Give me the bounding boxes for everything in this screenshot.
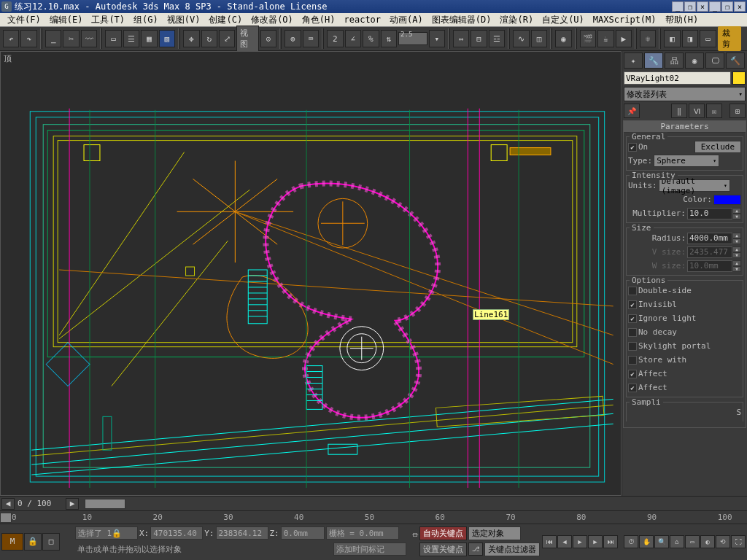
add-time-tag[interactable]: 添加时间标记 xyxy=(333,542,406,556)
time-config-button[interactable]: ⏱ xyxy=(624,535,638,548)
render-scene-button[interactable]: 🎬 xyxy=(580,30,596,47)
menu-tools[interactable]: 工具(T) xyxy=(87,12,129,28)
quick-render-button[interactable]: ☕ xyxy=(597,30,614,47)
remove-mod-button[interactable]: ☒ xyxy=(706,104,722,118)
motion-tab[interactable]: ◉ xyxy=(685,52,704,69)
goto-start-button[interactable]: ⏮ xyxy=(542,535,557,548)
pivot-button[interactable]: ⊙ xyxy=(260,30,276,47)
close-button[interactable]: × xyxy=(697,1,708,12)
snap-percent-button[interactable]: % xyxy=(363,30,379,47)
select-link-button[interactable]: ⎯ xyxy=(45,30,61,47)
exclude-button[interactable]: Exclude xyxy=(694,141,741,153)
mirror-button[interactable]: ⇔ xyxy=(453,30,469,47)
time-slider[interactable]: ◀ 0 / 100 ▶ xyxy=(0,496,747,510)
extra2-button[interactable]: ◨ xyxy=(682,30,698,47)
layers-button[interactable]: ☲ xyxy=(489,30,505,47)
nav-region-button[interactable]: ▭ xyxy=(685,535,700,548)
goto-end-button[interactable]: ⏭ xyxy=(603,535,618,548)
menu-character[interactable]: 角色(H) xyxy=(298,12,340,28)
display-tab[interactable]: 🖵 xyxy=(705,52,724,69)
nav-maximize-button[interactable]: ⛶ xyxy=(731,535,746,548)
time-slider-thumb[interactable] xyxy=(85,499,125,509)
key-target-dropdown[interactable]: 选定对象 xyxy=(468,526,521,540)
auto-key-button[interactable]: 自动关键点 xyxy=(419,526,467,540)
menu-maxscript[interactable]: MAXScript(M) xyxy=(589,13,661,26)
radius-spinner[interactable]: ▲▼ xyxy=(687,233,741,244)
pin-stack-button[interactable]: 📌 xyxy=(624,104,640,118)
prev-frame-button[interactable]: ◀ xyxy=(557,535,572,548)
show-end-button[interactable]: ‖ xyxy=(671,104,687,118)
create-tab[interactable]: ✦ xyxy=(624,52,643,69)
render-last-button[interactable]: ▶ xyxy=(616,30,632,47)
rotate-button[interactable]: ↻ xyxy=(201,30,217,47)
window-crossing-button[interactable]: ▧ xyxy=(159,30,175,47)
named-sel-button[interactable]: ▾ xyxy=(429,30,445,47)
viewport-top[interactable]: 顶 xyxy=(0,51,622,496)
units-dropdown[interactable]: Default (image) xyxy=(659,179,730,192)
ignorelight-checkbox[interactable] xyxy=(628,314,637,323)
play-button[interactable]: ▶ xyxy=(573,535,587,548)
coord-x[interactable]: 470135.40 xyxy=(150,526,203,540)
coord-y[interactable]: 238364.12 xyxy=(216,526,268,540)
object-color-swatch[interactable] xyxy=(732,71,746,85)
affect1-checkbox[interactable] xyxy=(628,370,637,378)
on-checkbox[interactable] xyxy=(628,143,637,152)
restore2-button[interactable]: ❐ xyxy=(721,1,733,12)
snap-2d-button[interactable]: 2 xyxy=(327,30,343,47)
nav-fov-button[interactable]: ◐ xyxy=(700,535,715,548)
invisible-checkbox[interactable] xyxy=(628,300,637,309)
nav-orbit-button[interactable]: ⟲ xyxy=(716,535,730,548)
lock-selection-button[interactable]: 🔒 xyxy=(24,533,42,551)
undo-button[interactable]: ↶ xyxy=(3,30,19,47)
menu-edit[interactable]: 编辑(E) xyxy=(45,12,88,28)
doubleside-checkbox[interactable] xyxy=(628,287,637,295)
menu-animation[interactable]: 动画(A) xyxy=(385,12,427,28)
timeline-ruler[interactable]: 0102030405060708090100 xyxy=(0,510,747,524)
modify-tab[interactable]: 🔧 xyxy=(644,52,663,69)
nav-pan-button[interactable]: ✋ xyxy=(639,535,654,548)
hierarchy-tab[interactable]: 品 xyxy=(665,52,684,69)
key-icon[interactable]: ⏛ xyxy=(412,527,418,539)
menu-render[interactable]: 渲染(R) xyxy=(495,12,538,28)
set-key-button[interactable]: 设置关键点 xyxy=(419,542,467,556)
menu-views[interactable]: 视图(V) xyxy=(163,12,205,28)
maxscript-mini-button[interactable]: M xyxy=(1,533,23,551)
curve-editor-button[interactable]: ∿ xyxy=(513,30,529,47)
menu-customize[interactable]: 自定义(U) xyxy=(538,12,589,28)
menu-reactor[interactable]: reactor xyxy=(340,13,386,26)
spinner-snap-button[interactable]: ⇅ xyxy=(381,30,397,47)
type-dropdown[interactable]: Sphere xyxy=(654,155,719,167)
snap-angle-button[interactable]: ∠ xyxy=(345,30,361,47)
minimize2-button[interactable]: _ xyxy=(709,1,721,12)
menu-file[interactable]: 文件(F) xyxy=(3,12,45,28)
make-unique-button[interactable]: Ⅵ xyxy=(689,104,705,118)
key-mode-icon[interactable]: ⎇ xyxy=(468,542,483,556)
crop-button[interactable]: 裁剪 xyxy=(718,26,741,51)
ref-coord-dropdown[interactable]: 视图 xyxy=(236,26,258,52)
coord-z[interactable]: 0.0mm xyxy=(281,526,325,540)
multiplier-spinner[interactable]: ▲▼ xyxy=(687,208,741,219)
bind-spacewarp-button[interactable]: 〰 xyxy=(81,30,97,47)
color-swatch[interactable] xyxy=(713,195,741,205)
material-button[interactable]: ◉ xyxy=(555,30,571,47)
nodecay-checkbox[interactable] xyxy=(628,328,637,337)
redo-button[interactable]: ↷ xyxy=(20,30,36,47)
modifier-list-dropdown[interactable]: 修改器列表 xyxy=(624,87,746,101)
select-manip-button[interactable]: ⊕ xyxy=(285,30,301,47)
affect2-checkbox[interactable] xyxy=(628,384,637,392)
next-frame-button[interactable]: ▶ xyxy=(588,535,603,548)
viewport-canvas[interactable] xyxy=(1,52,621,495)
menu-graph[interactable]: 图表编辑器(D) xyxy=(427,12,496,28)
isolate-button[interactable]: □ xyxy=(42,533,60,551)
object-name-field[interactable]: VRayLight02 xyxy=(624,71,731,85)
schematic-button[interactable]: ◫ xyxy=(531,30,547,47)
menu-help[interactable]: 帮助(H) xyxy=(661,12,703,28)
minimize-button[interactable]: _ xyxy=(672,1,684,12)
time-left-button[interactable]: ◀ xyxy=(1,498,15,510)
storewith-checkbox[interactable] xyxy=(628,356,637,365)
skylight-checkbox[interactable] xyxy=(628,342,637,351)
configure-button[interactable]: ⊞ xyxy=(729,104,746,118)
scale-button[interactable]: ⤢ xyxy=(219,30,235,47)
extra3-button[interactable]: ▭ xyxy=(700,30,716,47)
close2-button[interactable]: × xyxy=(734,1,746,12)
